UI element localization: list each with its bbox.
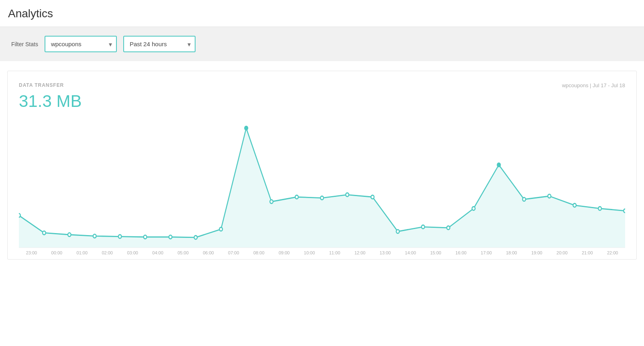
svg-point-23	[598, 207, 601, 210]
x-label-05: 05:00	[171, 250, 196, 255]
x-label-06: 06:00	[196, 250, 221, 255]
chart-header: DATA TRANSFER wpcoupons | Jul 17 - Jul 1…	[19, 82, 625, 88]
chart-section: DATA TRANSFER wpcoupons | Jul 17 - Jul 1…	[7, 71, 637, 260]
svg-point-1	[43, 231, 46, 235]
x-label-22: 22:00	[600, 250, 625, 255]
svg-point-21	[548, 194, 551, 198]
svg-point-3	[93, 234, 96, 238]
svg-point-7	[194, 235, 198, 239]
svg-point-19	[497, 163, 501, 167]
x-label-15: 15:00	[423, 250, 448, 255]
time-select[interactable]: Past 24 hours Past 7 days Past 30 days	[123, 36, 196, 52]
svg-point-17	[447, 226, 450, 229]
x-label-09: 09:00	[271, 250, 297, 255]
x-label-07: 07:00	[221, 250, 246, 255]
x-label-14: 14:00	[398, 250, 423, 255]
x-label-01: 01:00	[69, 250, 95, 255]
svg-point-2	[68, 233, 71, 236]
x-label-12: 12:00	[347, 250, 373, 255]
svg-point-14	[371, 195, 374, 199]
svg-point-24	[624, 209, 625, 213]
filter-bar: Filter Stats wpcoupons wpbeginner wpform…	[0, 27, 644, 61]
x-label-02: 02:00	[95, 250, 120, 255]
x-label-23: 23:00	[19, 250, 44, 255]
x-label-20: 20:00	[549, 250, 575, 255]
svg-point-5	[144, 235, 147, 239]
x-axis: 23:00 00:00 01:00 02:00 03:00 04:00 05:0…	[19, 248, 625, 259]
chart-svg	[19, 119, 625, 248]
svg-point-10	[270, 200, 273, 203]
x-label-11: 11:00	[322, 250, 347, 255]
svg-point-4	[118, 235, 122, 238]
x-label-17: 17:00	[474, 250, 499, 255]
svg-point-0	[19, 213, 20, 217]
x-label-00: 00:00	[44, 250, 69, 255]
x-label-18: 18:00	[499, 250, 524, 255]
x-label-04: 04:00	[145, 250, 171, 255]
x-label-08: 08:00	[246, 250, 271, 255]
svg-point-12	[320, 196, 324, 200]
svg-point-22	[573, 203, 576, 207]
page-title: Analytics	[8, 7, 636, 20]
chart-title: DATA TRANSFER	[19, 82, 64, 88]
x-label-21: 21:00	[575, 250, 600, 255]
chart-container	[19, 119, 625, 248]
site-select-wrapper[interactable]: wpcoupons wpbeginner wpforms	[45, 36, 117, 52]
svg-point-13	[346, 193, 349, 197]
site-select[interactable]: wpcoupons wpbeginner wpforms	[45, 36, 117, 52]
x-label-19: 19:00	[524, 250, 549, 255]
svg-point-9	[245, 126, 248, 130]
x-label-10: 10:00	[297, 250, 322, 255]
time-select-wrapper[interactable]: Past 24 hours Past 7 days Past 30 days	[123, 36, 196, 52]
svg-point-11	[295, 195, 298, 199]
page-header: Analytics	[0, 0, 644, 27]
svg-point-15	[396, 229, 399, 233]
svg-point-8	[219, 227, 222, 231]
svg-point-16	[422, 225, 425, 229]
svg-point-18	[472, 207, 475, 210]
chart-value: 31.3 MB	[19, 92, 625, 111]
x-label-13: 13:00	[373, 250, 398, 255]
filter-label: Filter Stats	[11, 41, 38, 47]
svg-point-6	[169, 235, 172, 239]
x-label-03: 03:00	[120, 250, 145, 255]
svg-point-20	[522, 197, 526, 201]
chart-subtitle: wpcoupons | Jul 17 - Jul 18	[562, 82, 625, 88]
x-label-16: 16:00	[448, 250, 474, 255]
